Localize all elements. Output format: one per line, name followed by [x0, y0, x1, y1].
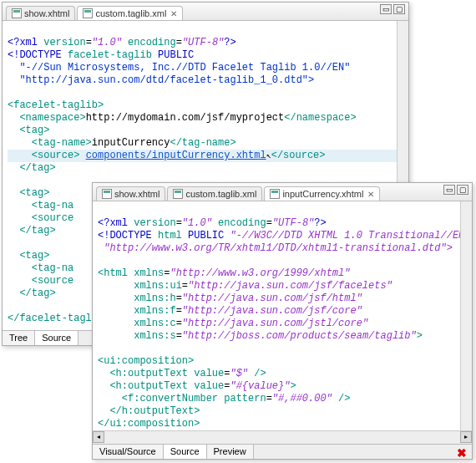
tab-label: show.xhtml — [24, 8, 69, 18]
maximize-button[interactable]: ▢ — [393, 4, 405, 14]
tab-label: show.xhtml — [114, 189, 160, 199]
tab-show-xhtml[interactable]: show.xhtml — [6, 6, 75, 20]
minimize-button[interactable]: ▭ — [380, 4, 392, 14]
file-icon — [173, 189, 183, 199]
editor-window-2: show.xhtml custom.taglib.xml inputCurren… — [92, 182, 473, 460]
close-icon[interactable]: ✕ — [367, 190, 374, 199]
error-icon[interactable]: ✖ — [457, 446, 467, 460]
tab-show-xhtml[interactable]: show.xhtml — [96, 186, 165, 201]
tab-tree[interactable]: Tree — [3, 331, 35, 345]
tab-label: custom.taglib.xml — [95, 8, 166, 18]
tab-label: inputCurrency.xhtml — [282, 189, 363, 199]
window-controls: ▭ ▢ — [380, 4, 405, 14]
tab-custom-taglib[interactable]: custom.taglib.xml — [167, 186, 262, 201]
tab-preview[interactable]: Preview — [207, 445, 254, 459]
file-icon — [83, 8, 93, 18]
minimize-button[interactable]: ▭ — [443, 185, 455, 195]
tab-input-currency[interactable]: inputCurrency.xhtml ✕ — [264, 186, 380, 201]
close-icon[interactable]: ✕ — [170, 9, 177, 18]
bottom-tab-bar: Visual/Source Source Preview ✖ — [93, 444, 472, 459]
maximize-button[interactable]: ▢ — [457, 185, 468, 195]
tab-source[interactable]: Source — [35, 331, 78, 345]
file-icon — [12, 8, 22, 18]
tab-label: custom.taglib.xml — [185, 189, 256, 199]
tab-source[interactable]: Source — [164, 445, 207, 459]
vertical-scrollbar[interactable] — [460, 201, 472, 444]
code-editor[interactable]: <?xml version="1.0" encoding="UTF-8"?> <… — [93, 201, 472, 430]
tab-bar: show.xhtml custom.taglib.xml ✕ ▭ ▢ — [3, 3, 408, 21]
window-controls: ▭ ▢ — [443, 185, 468, 195]
file-icon — [102, 189, 112, 199]
source-link[interactable]: components/inputCurrency.xhtml — [86, 150, 266, 161]
scroll-right-button[interactable]: ▸ — [460, 431, 472, 443]
tab-custom-taglib[interactable]: custom.taglib.xml ✕ — [77, 6, 183, 20]
scroll-left-button[interactable]: ◂ — [93, 431, 104, 443]
tab-visual-source[interactable]: Visual/Source — [93, 445, 164, 459]
tab-bar: show.xhtml custom.taglib.xml inputCurren… — [93, 183, 472, 201]
horizontal-scrollbar[interactable]: ◂ ▸ — [93, 430, 472, 444]
file-icon — [270, 189, 280, 199]
